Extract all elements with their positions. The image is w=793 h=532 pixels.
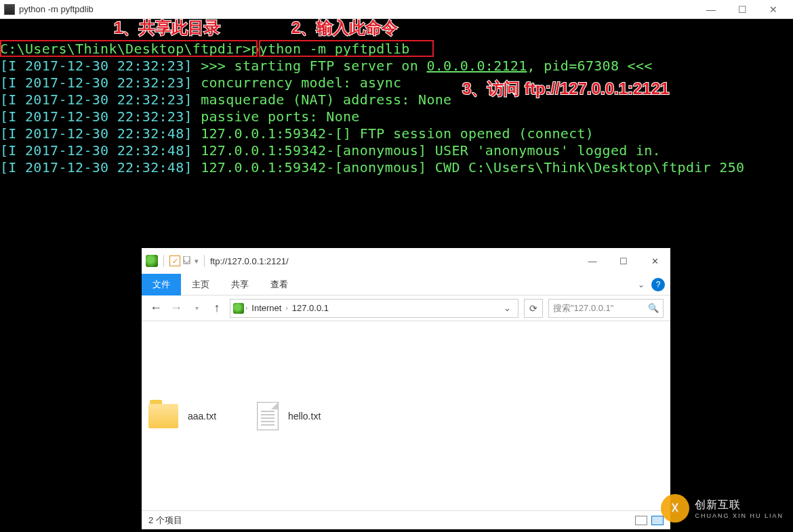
tab-share[interactable]: 共享 (220, 274, 260, 295)
maximize-icon[interactable]: ☐ (727, 0, 758, 19)
watermark: ☓ 创新互联 CHUANG XIN HU LIAN (661, 494, 784, 523)
minimize-icon[interactable]: — (577, 249, 608, 273)
status-count: 2 个项目 (148, 514, 182, 527)
search-input[interactable]: 搜索"127.0.0.1" 🔍 (548, 299, 664, 318)
back-icon[interactable]: ← (148, 301, 163, 316)
list-item[interactable]: hello.txt (257, 335, 321, 497)
ribbon-expand-icon[interactable]: ⌄ (638, 280, 645, 289)
help-icon[interactable]: ? (651, 278, 665, 291)
tab-view[interactable]: 查看 (260, 274, 299, 295)
annotation-box-2 (259, 40, 434, 57)
address-dropdown-icon[interactable]: ⌄ (499, 303, 515, 313)
minimize-icon[interactable]: — (695, 0, 727, 19)
close-icon[interactable]: ✕ (758, 0, 789, 19)
chevron-right-icon[interactable]: › (285, 304, 287, 312)
watermark-logo: ☓ (661, 494, 689, 523)
text-file-icon (257, 402, 279, 430)
qat-checkbox-icon[interactable]: ✓ (169, 255, 180, 266)
search-icon: 🔍 (648, 303, 659, 313)
annotation-1: 1、共享此目录 (114, 19, 220, 36)
terminal-log-line: [I 2017-12-30 22:32:48] 127.0.0.1:59342-… (0, 125, 793, 142)
chevron-right-icon[interactable]: › (245, 304, 247, 312)
file-name: aaa.txt (188, 411, 216, 422)
explorer-title: ftp://127.0.0.1:2121/ (210, 256, 289, 266)
annotation-2: 2、输入此命令 (291, 19, 398, 36)
qat-dropdown-icon[interactable] (183, 256, 190, 266)
breadcrumb-root[interactable]: Internet (249, 303, 284, 313)
forward-icon[interactable]: → (169, 301, 184, 316)
breadcrumb-leaf[interactable]: 127.0.0.1 (289, 303, 331, 313)
tab-home[interactable]: 主页 (181, 274, 220, 295)
view-details-icon[interactable] (635, 516, 647, 525)
terminal-log-line: [I 2017-12-30 22:32:23] passive ports: N… (0, 108, 793, 125)
terminal-log-line: [I 2017-12-30 22:32:48] 127.0.0.1:59342-… (0, 142, 793, 159)
file-list[interactable]: aaa.txt hello.txt (142, 321, 670, 510)
terminal-log-line: [I 2017-12-30 22:32:23] concurrency mode… (0, 75, 793, 91)
explorer-titlebar: ✓ ▾ ftp://127.0.0.1:2121/ — ☐ ✕ (142, 248, 670, 274)
list-item[interactable]: aaa.txt (148, 335, 216, 497)
terminal-log-line: [I 2017-12-30 22:32:23] >>> starting FTP… (0, 58, 793, 75)
terminal-log-line: [I 2017-12-30 22:32:23] masquerade (NAT)… (0, 91, 793, 108)
annotation-3: 3、访问 ftp://127.0.0.1:2121 (462, 80, 669, 97)
refresh-icon[interactable]: ⟳ (524, 299, 543, 318)
tab-file[interactable]: 文件 (142, 274, 181, 295)
explorer-window: ✓ ▾ ftp://127.0.0.1:2121/ — ☐ ✕ 文件 主页 共享… (142, 248, 670, 529)
terminal-log-line: [I 2017-12-30 22:32:48] 127.0.0.1:59342-… (0, 159, 793, 176)
terminal-title: python -m pyftpdlib (19, 4, 94, 14)
watermark-sub: CHUANG XIN HU LIAN (695, 512, 784, 519)
file-name: hello.txt (288, 411, 321, 422)
up-icon[interactable]: ↑ (209, 301, 224, 316)
annotation-box-1 (0, 40, 258, 57)
maximize-icon[interactable]: ☐ (608, 249, 639, 273)
nav-bar: ← → ▾ ↑ › Internet › 127.0.0.1 ⌄ ⟳ 搜索"12… (142, 295, 670, 321)
close-icon[interactable]: ✕ (639, 249, 670, 273)
terminal-body[interactable]: 1、共享此目录 2、输入此命令 3、访问 ftp://127.0.0.1:212… (0, 19, 793, 176)
watermark-text: 创新互联 (695, 499, 741, 510)
address-bar[interactable]: › Internet › 127.0.0.1 ⌄ (230, 299, 518, 318)
folder-icon (148, 404, 178, 428)
qat-overflow-icon[interactable]: ▾ (195, 257, 199, 266)
cmd-icon (4, 4, 15, 15)
terminal-titlebar: python -m pyftpdlib — ☐ ✕ (0, 0, 793, 19)
status-bar: 2 个项目 (142, 510, 670, 529)
ribbon: 文件 主页 共享 查看 ⌄ ? (142, 274, 670, 295)
history-icon[interactable]: ▾ (189, 301, 204, 316)
network-icon (233, 303, 244, 314)
network-icon (146, 255, 158, 267)
search-placeholder: 搜索"127.0.0.1" (553, 302, 613, 314)
